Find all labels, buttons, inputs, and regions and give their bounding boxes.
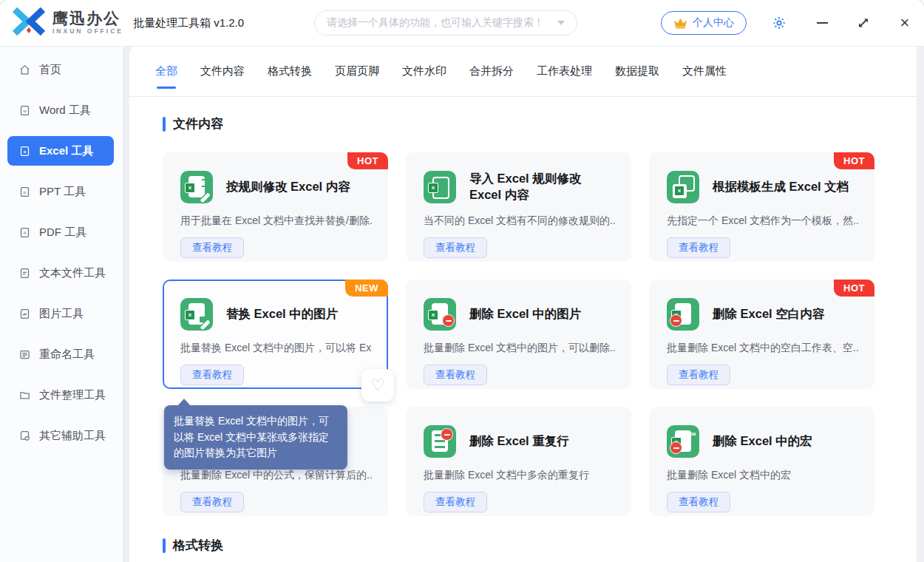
view-tutorial-button[interactable]: 查看教程	[667, 492, 730, 512]
sidebar-item-label: Word 工具	[39, 104, 91, 118]
sidebar-item-label: 首页	[39, 63, 61, 77]
svg-text:w: w	[22, 108, 27, 113]
card-title: 删除 Excel 空白内容	[713, 306, 824, 322]
view-tutorial-button[interactable]: 查看教程	[424, 365, 487, 385]
card-replace-excel-images[interactable]: NEW x 替换 Excel 中的图片 批量替换 Excel 文档中的图片，可以…	[163, 280, 388, 389]
sidebar-item-label: 重命名工具	[39, 348, 95, 362]
sidebar-item-other-tools[interactable]: 其它辅助工具	[7, 421, 114, 450]
logo-cn-text: 鹰迅办公	[52, 10, 123, 26]
image-doc-icon	[19, 308, 30, 319]
card-title: 根据模板生成 Excel 文档	[713, 179, 849, 195]
card-description: 用于批量在 Excel 文档中查找并替换/删除...	[180, 214, 372, 228]
sidebar: 首页 w Word 工具 x Excel 工具 p PPT 工具 A PDF 工…	[0, 46, 123, 562]
gear-icon	[772, 16, 787, 30]
main-panel: 全部 文件内容 格式转换 页眉页脚 文件水印 合并拆分 工作表处理 数据提取 文…	[129, 46, 917, 562]
minimize-button[interactable]	[810, 0, 834, 46]
favorite-button[interactable]: ♡	[361, 369, 394, 402]
hot-badge: HOT	[347, 152, 388, 169]
svg-text:A: A	[23, 230, 27, 235]
hot-badge: HOT	[834, 152, 874, 169]
card-template-generate-excel[interactable]: HOT x 根据模板生成 Excel 文档 先指定一个 Excel 文档作为一个…	[649, 152, 874, 262]
section-accent-bar	[163, 117, 166, 132]
card-description: 先指定一个 Excel 文档作为一个模板，然...	[667, 214, 858, 228]
view-tutorial-button[interactable]: 查看教程	[667, 365, 730, 385]
tab-file-content[interactable]: 文件内容	[200, 64, 245, 78]
sidebar-item-file-organize-tools[interactable]: 文件整理工具	[7, 380, 114, 410]
card-title: 按规则修改 Excel 内容	[226, 179, 350, 195]
excel-template-generate-icon: x	[667, 171, 699, 203]
close-icon: ×	[900, 13, 910, 33]
sidebar-item-image-tools[interactable]: 图片工具	[7, 299, 114, 328]
view-tutorial-button[interactable]: 查看教程	[424, 237, 487, 258]
card-description: 批量替换 Excel 文档中的图片，可以将 Exc...	[180, 342, 372, 355]
title-bar: 鹰迅办公 INXUN OFFICE 批量处理工具箱 v1.2.0 请选择一个具体…	[0, 0, 924, 47]
svg-text:p: p	[24, 189, 27, 194]
sidebar-item-pdf-tools[interactable]: A PDF 工具	[7, 217, 114, 247]
tabs-divider	[129, 96, 917, 97]
sidebar-item-home[interactable]: 首页	[7, 55, 114, 84]
section-title: 格式转换	[173, 537, 223, 554]
card-title: 删除 Excel 中的图片	[469, 306, 581, 322]
view-tutorial-button[interactable]: 查看教程	[180, 365, 244, 385]
ppt-doc-icon: p	[19, 186, 30, 197]
text-doc-icon	[19, 268, 30, 279]
section-format-convert: 格式转换	[163, 537, 223, 554]
card-rule-edit-excel[interactable]: HOT x 按规则修改 Excel 内容 用于批量在 Excel 文档中查找并替…	[163, 152, 388, 262]
excel-rule-edit-icon: x	[180, 171, 213, 203]
sidebar-item-excel-tools[interactable]: x Excel 工具	[7, 136, 114, 166]
excel-import-rule-icon: x	[424, 171, 456, 203]
card-description: 批量删除 Excel 文档中的空白工作表、空...	[667, 342, 858, 355]
excel-duplicate-rows-delete-icon	[424, 425, 456, 458]
tab-format-convert[interactable]: 格式转换	[268, 64, 312, 78]
view-tutorial-button[interactable]: 查看教程	[180, 237, 244, 258]
heart-icon: ♡	[370, 377, 385, 393]
tab-data-extract[interactable]: 数据提取	[615, 64, 659, 78]
card-delete-excel-blank[interactable]: HOT x 删除 Excel 空白内容 批量删除 Excel 文档中的空白工作表…	[649, 280, 874, 389]
sidebar-item-label: 文件整理工具	[39, 388, 106, 402]
app-window: 鹰迅办公 INXUN OFFICE 批量处理工具箱 v1.2.0 请选择一个具体…	[0, 0, 924, 562]
personal-center-label: 个人中心	[693, 16, 734, 30]
excel-image-replace-icon: x	[180, 298, 213, 331]
sidebar-item-rename-tools[interactable]: 重命名工具	[7, 339, 114, 369]
app-title: 批量处理工具箱 v1.2.0	[133, 0, 244, 46]
resize-diagonal-icon	[857, 17, 869, 29]
home-icon	[19, 64, 30, 75]
tab-watermark[interactable]: 文件水印	[402, 64, 446, 78]
view-tutorial-button[interactable]: 查看教程	[180, 492, 244, 512]
excel-image-delete-icon: x	[424, 298, 456, 331]
search-placeholder: 请选择一个具体的功能，也可输入关键字搜索！	[327, 16, 551, 30]
settings-button[interactable]	[769, 0, 789, 46]
view-tutorial-button[interactable]: 查看教程	[424, 492, 487, 512]
card-delete-excel-macros[interactable]: vbax 删除 Excel 中的宏 批量删除 Excel 文档中的宏 查看教程	[649, 407, 874, 516]
crown-icon	[673, 18, 687, 29]
tab-worksheet[interactable]: 工作表处理	[537, 64, 592, 78]
category-tabs: 全部 文件内容 格式转换 页眉页脚 文件水印 合并拆分 工作表处理 数据提取 文…	[155, 46, 727, 96]
card-delete-excel-duplicate-rows[interactable]: 删除 Excel 重复行 批量删除 Excel 文档中多余的重复行 查看教程	[406, 407, 631, 516]
section-accent-bar	[163, 538, 166, 553]
view-tutorial-button[interactable]: 查看教程	[667, 237, 730, 258]
card-description: 批量删除 Excel 文档中的宏	[667, 469, 858, 482]
logo-x-icon	[12, 7, 46, 38]
card-description: 批量删除 Excel 文档中多余的重复行	[424, 469, 615, 482]
card-import-rule-excel[interactable]: x 导入 Excel 规则修改 Excel 内容 当不同的 Excel 文档有不…	[406, 152, 631, 262]
pdf-doc-icon: A	[19, 227, 30, 238]
tab-all[interactable]: 全部	[155, 64, 177, 78]
sidebar-item-word-tools[interactable]: w Word 工具	[7, 95, 114, 125]
card-title: 删除 Excel 重复行	[469, 433, 569, 450]
tab-file-attrs[interactable]: 文件属性	[682, 64, 727, 78]
function-search-select[interactable]: 请选择一个具体的功能，也可输入关键字搜索！	[314, 10, 577, 35]
tab-merge-split[interactable]: 合并拆分	[469, 64, 514, 78]
card-description: 批量删除 Excel 中的公式，保留计算后的...	[180, 469, 372, 482]
sidebar-item-ppt-tools[interactable]: p PPT 工具	[7, 177, 114, 206]
excel-macro-delete-icon: vbax	[667, 425, 699, 458]
sidebar-item-text-file-tools[interactable]: 文本文件工具	[7, 258, 114, 288]
card-delete-excel-images[interactable]: x 删除 Excel 中的图片 批量删除 Excel 文档中的图片，可以删除..…	[406, 280, 631, 389]
personal-center-button[interactable]: 个人中心	[661, 11, 747, 35]
sidebar-item-label: 文本文件工具	[39, 266, 106, 280]
maximize-button[interactable]	[852, 0, 875, 46]
sidebar-item-label: 图片工具	[39, 307, 84, 321]
chevron-down-icon	[557, 21, 565, 25]
tab-header-footer[interactable]: 页眉页脚	[335, 64, 379, 78]
section-title: 文件内容	[173, 115, 223, 132]
close-button[interactable]: ×	[893, 0, 917, 46]
